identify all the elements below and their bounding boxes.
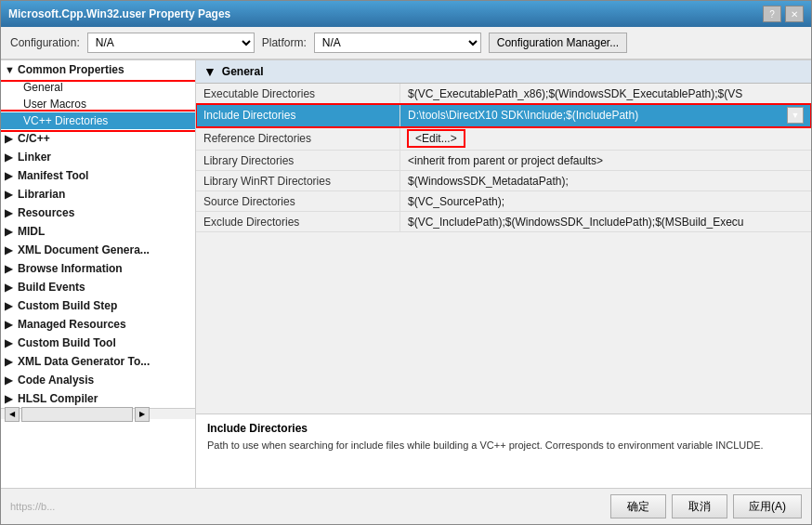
- prop-value-executable-dirs: $(VC_ExecutablePath_x86);$(WindowsSDK_Ex…: [400, 84, 811, 103]
- prop-row-library-dirs: Library Directories <inherit from parent…: [196, 151, 811, 171]
- prop-row-source-dirs: Source Directories $(VC_SourcePath);: [196, 191, 811, 212]
- tree-section-resources[interactable]: ▶ Resources: [1, 203, 195, 222]
- description-text: Path to use when searching for include f…: [207, 439, 800, 453]
- prop-value-reference-dirs: <Edit...>: [400, 127, 811, 150]
- prop-name-library-winrt-dirs: Library WinRT Directories: [196, 171, 400, 190]
- linker-label: Linker: [18, 151, 51, 164]
- bottom-bar: https://b... 确定 取消 应用(A): [1, 488, 811, 524]
- common-properties-label: Common Properties: [18, 63, 124, 76]
- section-header-general: ▼ General: [196, 60, 811, 84]
- config-manager-button[interactable]: Configuration Manager...: [489, 33, 627, 53]
- config-label: Configuration:: [10, 36, 80, 49]
- expand-icon-buildevents: ▶: [5, 282, 18, 294]
- build-events-label: Build Events: [18, 281, 85, 294]
- user-macros-label: User Macros: [23, 98, 86, 111]
- general-label: General: [23, 81, 63, 94]
- window-title: Microsoft.Cpp.Win32.user Property Pages: [8, 7, 230, 20]
- prop-row-executable-dirs: Executable Directories $(VC_ExecutablePa…: [196, 84, 811, 104]
- platform-select[interactable]: N/A: [314, 33, 481, 53]
- tree-section-code-analysis[interactable]: ▶ Code Analysis: [1, 371, 195, 389]
- expand-icon-librarian: ▶: [5, 189, 18, 201]
- help-button[interactable]: ?: [763, 6, 781, 22]
- description-panel: Include Directories Path to use when sea…: [196, 413, 811, 488]
- prop-value-source-dirs: $(VC_SourcePath);: [400, 191, 811, 211]
- librarian-label: Librarian: [18, 188, 65, 201]
- tree-section-linker[interactable]: ▶ Linker: [1, 148, 195, 166]
- cpp-label: C/C++: [18, 132, 50, 145]
- ok-button[interactable]: 确定: [610, 494, 666, 518]
- toolbar-row: Configuration: N/A Platform: N/A Configu…: [1, 27, 811, 59]
- scroll-left-btn[interactable]: ◀: [5, 407, 20, 422]
- tree-item-general[interactable]: General: [1, 79, 195, 96]
- expand-icon-cpp: ▶: [5, 133, 18, 145]
- prop-value-include-dirs: D:\tools\DirectX10 SDK\Include;$(Include…: [400, 104, 811, 126]
- title-bar: Microsoft.Cpp.Win32.user Property Pages …: [1, 1, 811, 27]
- custom-build-tool-label: Custom Build Tool: [18, 336, 116, 349]
- prop-row-library-winrt-dirs: Library WinRT Directories $(WindowsSDK_M…: [196, 171, 811, 191]
- title-buttons: ? ✕: [763, 6, 804, 22]
- tree-section-managed-resources[interactable]: ▶ Managed Resources: [1, 315, 195, 334]
- prop-value-exclude-dirs: $(VC_IncludePath);$(WindowsSDK_IncludePa…: [400, 212, 811, 231]
- left-scroll-area: ◀ ▶: [1, 408, 195, 419]
- prop-name-library-dirs: Library Directories: [196, 151, 400, 170]
- section-expand-icon: ▼: [203, 64, 216, 79]
- tree-item-user-macros[interactable]: User Macros: [1, 96, 195, 112]
- tree-section-manifest-tool[interactable]: ▶ Manifest Tool: [1, 166, 195, 185]
- vc-directories-label: VC++ Directories: [23, 114, 108, 127]
- prop-name-source-dirs: Source Directories: [196, 191, 400, 211]
- expand-icon-browse: ▶: [5, 263, 18, 275]
- expand-icon-code: ▶: [5, 374, 18, 387]
- tree-item-vc-directories[interactable]: VC++ Directories: [1, 112, 195, 129]
- expand-icon-midl: ▶: [5, 226, 18, 238]
- section-title: General: [222, 65, 264, 78]
- expand-icon-common: ▼: [5, 64, 18, 75]
- left-panel: ▼ Common Properties General User Macros …: [1, 60, 196, 488]
- tree-section-browse-info[interactable]: ▶ Browse Information: [1, 259, 195, 278]
- description-title: Include Directories: [207, 422, 800, 435]
- right-panel: ▼ General Executable Directories $(VC_Ex…: [196, 60, 811, 488]
- expand-icon-xmldata: ▶: [5, 356, 18, 368]
- managed-resources-label: Managed Resources: [18, 318, 126, 331]
- watermark: https://b...: [10, 501, 55, 512]
- tree-section-cpp[interactable]: ▶ C/C++: [1, 129, 195, 148]
- include-dirs-dropdown-btn[interactable]: ▼: [787, 107, 804, 124]
- expand-icon-xmldoc: ▶: [5, 244, 18, 256]
- platform-label: Platform:: [262, 36, 307, 49]
- cancel-button[interactable]: 取消: [672, 494, 727, 518]
- expand-icon-custombuild: ▶: [5, 300, 18, 312]
- prop-row-reference-dirs: Reference Directories <Edit...>: [196, 127, 811, 151]
- tree-section-xml-data-gen[interactable]: ▶ XML Data Generator To...: [1, 352, 195, 371]
- code-analysis-label: Code Analysis: [18, 374, 94, 387]
- close-button[interactable]: ✕: [785, 6, 804, 22]
- tree-section-build-events[interactable]: ▶ Build Events: [1, 278, 195, 296]
- prop-value-library-dirs: <inherit from parent or project defaults…: [400, 151, 811, 170]
- expand-icon-managed: ▶: [5, 319, 18, 331]
- property-pages-window: Microsoft.Cpp.Win32.user Property Pages …: [0, 0, 812, 525]
- reference-dirs-edit-link[interactable]: <Edit...>: [408, 130, 465, 147]
- expand-icon-linker: ▶: [5, 151, 18, 164]
- xml-doc-label: XML Document Genera...: [18, 243, 150, 256]
- tree-section-hlsl[interactable]: ▶ HLSL Compiler: [1, 389, 195, 408]
- browse-info-label: Browse Information: [18, 262, 123, 275]
- tree-section-midl[interactable]: ▶ MIDL: [1, 222, 195, 241]
- tree-section-librarian[interactable]: ▶ Librarian: [1, 185, 195, 203]
- main-content: ▼ Common Properties General User Macros …: [1, 59, 811, 488]
- tree-section-common-properties[interactable]: ▼ Common Properties: [1, 60, 195, 79]
- tree-section-xml-doc-gen[interactable]: ▶ XML Document Genera...: [1, 241, 195, 259]
- prop-name-exclude-dirs: Exclude Directories: [196, 212, 400, 231]
- prop-name-include-dirs: Include Directories: [196, 104, 400, 126]
- scroll-right-btn[interactable]: ▶: [135, 407, 150, 422]
- prop-name-executable-dirs: Executable Directories: [196, 84, 400, 103]
- custom-build-step-label: Custom Build Step: [18, 299, 117, 312]
- configuration-select[interactable]: N/A: [87, 33, 255, 53]
- scroll-track: [21, 407, 133, 422]
- expand-icon-manifest: ▶: [5, 170, 18, 182]
- tree-section-custom-build-step[interactable]: ▶ Custom Build Step: [1, 296, 195, 315]
- tree-section-custom-build-tool[interactable]: ▶ Custom Build Tool: [1, 334, 195, 352]
- expand-icon-resources: ▶: [5, 207, 18, 219]
- expand-icon-customtool: ▶: [5, 337, 18, 349]
- midl-label: MIDL: [18, 225, 45, 238]
- apply-button[interactable]: 应用(A): [733, 494, 802, 518]
- manifest-tool-label: Manifest Tool: [18, 169, 88, 182]
- prop-row-include-dirs[interactable]: Include Directories D:\tools\DirectX10 S…: [196, 104, 811, 127]
